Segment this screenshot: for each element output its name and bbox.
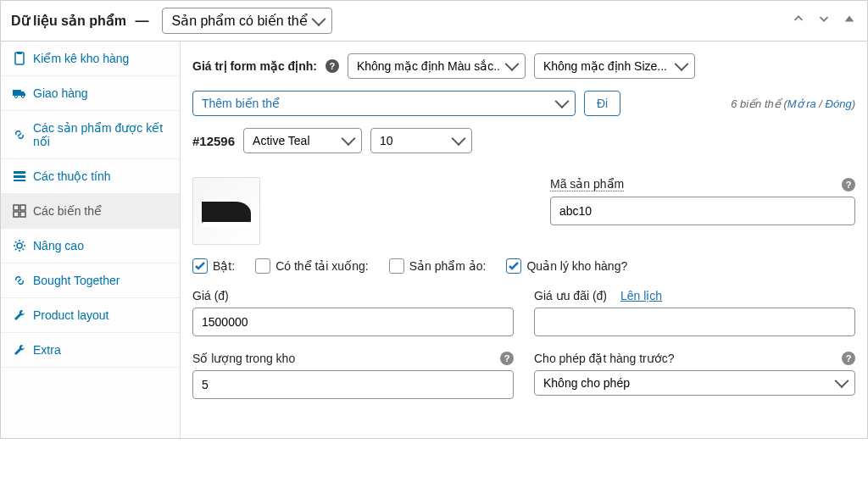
truck-icon (13, 86, 26, 100)
help-icon[interactable]: ? (500, 352, 514, 365)
panel-title: Dữ liệu sản phẩm (11, 13, 126, 29)
sale-price-label: Giá ưu đãi (đ) Lên lịch (534, 289, 855, 302)
sidebar-item-shipping[interactable]: Giao hàng (1, 76, 180, 111)
manage-stock-checkbox[interactable]: Quản lý kho hàng? (506, 258, 627, 274)
sidebar-item-inventory[interactable]: Kiểm kê kho hàng (1, 42, 180, 76)
link-icon (13, 274, 26, 287)
default-color-select[interactable]: Không mặc định Màu sắc... (348, 53, 526, 79)
svg-rect-10 (14, 212, 19, 217)
sidebar-item-bought-together[interactable]: Bought Together (1, 263, 180, 298)
toggle-icon[interactable] (842, 11, 857, 30)
sidebar-item-label: Product layout (33, 308, 109, 322)
grid-icon (13, 204, 26, 218)
sidebar-item-label: Bought Together (33, 274, 120, 287)
variations-info: 6 biến thể (Mở ra / Đóng) (731, 97, 855, 110)
sidebar-item-label: Các sản phẩm được kết nối (33, 121, 168, 148)
sidebar-item-label: Giao hàng (33, 86, 88, 100)
svg-rect-9 (20, 205, 25, 210)
svg-rect-1 (17, 52, 22, 54)
variation-color-select[interactable]: Active Teal (243, 128, 362, 153)
panel-header: Dữ liệu sản phẩm — Sản phẩm có biến thể (1, 1, 867, 42)
price-input[interactable] (192, 308, 514, 336)
svg-rect-0 (15, 53, 24, 64)
help-icon[interactable]: ? (842, 178, 855, 191)
help-icon[interactable]: ? (326, 59, 339, 73)
sidebar-item-label: Nâng cao (33, 239, 84, 252)
add-variation-select[interactable]: Thêm biến thể (192, 91, 576, 116)
price-label: Giá (đ) (192, 289, 514, 302)
link-icon (13, 128, 26, 141)
variation-image[interactable] (192, 177, 260, 245)
svg-rect-11 (20, 212, 25, 217)
virtual-checkbox[interactable]: Sản phẩm ảo: (389, 258, 487, 274)
svg-rect-2 (13, 90, 21, 96)
move-up-icon[interactable] (791, 11, 806, 30)
sidebar-item-label: Extra (33, 343, 61, 357)
sidebar-item-advanced[interactable]: Nâng cao (1, 229, 180, 263)
variation-id: #12596 (192, 134, 235, 148)
sidebar-item-label: Các thuộc tính (33, 169, 111, 183)
schedule-link[interactable]: Lên lịch (620, 289, 662, 302)
variation-size-select[interactable]: 10 (370, 128, 472, 153)
clipboard-icon (13, 52, 26, 65)
svg-point-3 (15, 96, 18, 98)
sidebar-item-label: Kiểm kê kho hàng (33, 52, 129, 65)
svg-rect-8 (14, 205, 19, 210)
product-type-select[interactable]: Sản phẩm có biến thể (162, 8, 332, 34)
collapse-link[interactable]: Đóng (826, 97, 852, 110)
backorders-label: Cho phép đặt hàng trước? ? (534, 352, 855, 365)
list-icon (13, 169, 26, 183)
svg-rect-6 (14, 175, 25, 178)
variations-content: Giá trị form mặc định: ? Không mặc định … (181, 42, 867, 438)
sidebar-item-variations[interactable]: Các biến thể (1, 194, 180, 229)
stock-input[interactable] (192, 370, 514, 399)
gear-icon (13, 239, 26, 252)
stock-label: Số lượng trong kho ? (192, 352, 514, 365)
sidebar-item-extra[interactable]: Extra (1, 333, 180, 368)
svg-point-12 (17, 243, 22, 248)
svg-rect-7 (14, 180, 25, 181)
svg-point-4 (22, 96, 25, 98)
svg-rect-5 (14, 171, 25, 174)
wrench-icon (13, 343, 26, 357)
wrench-icon (13, 308, 26, 322)
sku-input[interactable] (550, 197, 855, 225)
enabled-checkbox[interactable]: Bật: (192, 258, 235, 274)
expand-link[interactable]: Mở ra (787, 97, 816, 110)
default-size-select[interactable]: Không mặc định Size... (534, 53, 695, 79)
sidebar-item-linked[interactable]: Các sản phẩm được kết nối (1, 111, 180, 159)
sku-label: Mã sản phẩm ? (550, 177, 855, 191)
downloadable-checkbox[interactable]: Có thể tải xuống: (255, 258, 369, 274)
sidebar-item-label: Các biến thể (33, 204, 102, 218)
move-down-icon[interactable] (816, 11, 832, 30)
sale-price-input[interactable] (534, 308, 855, 336)
go-button[interactable]: Đi (584, 91, 620, 116)
backorders-select[interactable]: Không cho phép (534, 370, 855, 396)
default-form-label: Giá trị form mặc định: (192, 59, 317, 73)
sidebar-item-product-layout[interactable]: Product layout (1, 298, 180, 333)
sidebar-item-attributes[interactable]: Các thuộc tính (1, 159, 180, 194)
sidebar: Kiểm kê kho hàng Giao hàng Các sản phẩm … (1, 42, 181, 438)
help-icon[interactable]: ? (842, 352, 855, 365)
title-separator: — (135, 14, 148, 29)
